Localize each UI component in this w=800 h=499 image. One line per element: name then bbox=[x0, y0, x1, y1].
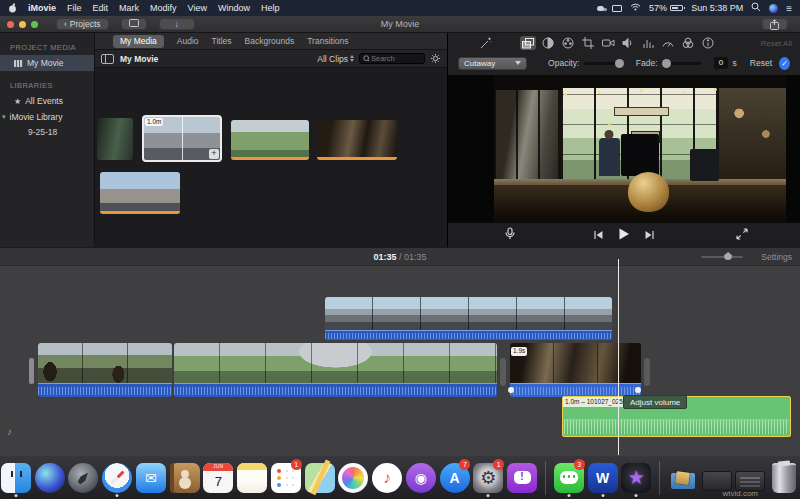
sidebar-item-imovie-library[interactable]: ▾ iMovie Library bbox=[0, 109, 94, 125]
dock-item-notes[interactable] bbox=[236, 459, 268, 497]
dock-item-contacts[interactable] bbox=[169, 459, 201, 497]
dock-item-app-store[interactable]: 7 bbox=[439, 459, 471, 497]
menu-imovie[interactable]: iMovie bbox=[28, 3, 56, 13]
dock-item-safari[interactable] bbox=[101, 459, 133, 497]
tab-backgrounds[interactable]: Backgrounds bbox=[245, 36, 295, 46]
apple-menu-icon[interactable] bbox=[8, 3, 17, 13]
clip-gap-handle[interactable] bbox=[500, 358, 506, 386]
menu-modify[interactable]: Modify bbox=[150, 3, 177, 13]
dock-item-finder[interactable] bbox=[0, 459, 32, 497]
sidebar-item-my-movie[interactable]: My Movie bbox=[0, 55, 94, 71]
disclosure-triangle-icon[interactable]: ▾ bbox=[2, 113, 6, 121]
overlay-mode-dropdown[interactable]: Cutaway bbox=[458, 57, 527, 70]
search-field[interactable] bbox=[359, 53, 425, 64]
dock-item-mail[interactable] bbox=[135, 459, 167, 497]
add-to-timeline-button[interactable]: + bbox=[209, 149, 219, 159]
media-clip-thumbnail[interactable] bbox=[231, 120, 309, 160]
minimize-window-button[interactable] bbox=[19, 21, 26, 28]
opacity-slider[interactable] bbox=[584, 62, 623, 65]
dock-item-system-preferences[interactable]: 1 bbox=[472, 459, 504, 497]
menu-help[interactable]: Help bbox=[261, 3, 280, 13]
cloud-status-icon[interactable] bbox=[597, 6, 604, 11]
reset-all-button[interactable]: Reset All bbox=[760, 39, 792, 48]
media-clip-thumbnail[interactable] bbox=[317, 120, 397, 160]
media-browser-button[interactable]: ♪ bbox=[121, 18, 147, 30]
dock-item-photos[interactable] bbox=[337, 459, 369, 497]
dock-item-trash[interactable] bbox=[768, 459, 800, 497]
browser-settings-gear-icon[interactable] bbox=[430, 50, 441, 68]
fade-slider[interactable] bbox=[663, 62, 702, 65]
battery-indicator[interactable]: 57% bbox=[649, 3, 683, 13]
cutaway-clip[interactable] bbox=[325, 297, 612, 340]
menu-file[interactable]: File bbox=[67, 3, 82, 13]
media-clip-thumbnail[interactable] bbox=[100, 172, 180, 214]
menu-view[interactable]: View bbox=[188, 3, 207, 13]
timeline-start-handle[interactable] bbox=[29, 358, 34, 384]
tab-my-media[interactable]: My Media bbox=[113, 35, 164, 48]
background-music-clip[interactable]: 1.0m – 101027_0251 Adjust volume bbox=[562, 396, 791, 437]
clip-gap-handle[interactable] bbox=[644, 358, 650, 386]
reset-button[interactable]: Reset bbox=[750, 58, 772, 68]
media-clip-thumbnail-selected[interactable]: 1.0m + bbox=[142, 115, 222, 162]
filters-icon[interactable] bbox=[680, 36, 696, 50]
fade-slider-knob[interactable] bbox=[662, 59, 671, 68]
tab-audio[interactable]: Audio bbox=[177, 36, 199, 46]
volume-handle-left[interactable] bbox=[508, 387, 514, 393]
import-media-button[interactable]: ↓ bbox=[159, 18, 195, 30]
zoom-window-button[interactable] bbox=[31, 21, 38, 28]
sidebar-item-all-events[interactable]: ★ All Events bbox=[0, 93, 94, 109]
info-icon[interactable] bbox=[700, 36, 716, 50]
voiceover-microphone-icon[interactable] bbox=[504, 226, 516, 244]
display-mirroring-icon[interactable] bbox=[612, 5, 622, 12]
enhance-wand-icon[interactable] bbox=[478, 36, 494, 50]
spotlight-search-icon[interactable] bbox=[751, 2, 761, 14]
stabilization-camera-icon[interactable] bbox=[600, 36, 616, 50]
wifi-icon[interactable] bbox=[630, 3, 641, 13]
apply-checkmark-button[interactable]: ✓ bbox=[779, 57, 790, 70]
notification-center-icon[interactable]: ≡ bbox=[786, 4, 792, 13]
dock-item-imovie[interactable] bbox=[620, 459, 652, 497]
volume-handle-right[interactable] bbox=[635, 387, 641, 393]
menu-edit[interactable]: Edit bbox=[93, 3, 109, 13]
sidebar-item-event-9-25-18[interactable]: 9-25-18 bbox=[0, 125, 94, 139]
back-to-projects-button[interactable]: ‹ Projects bbox=[56, 18, 109, 30]
noise-reduction-eq-icon[interactable] bbox=[640, 36, 656, 50]
dock-item-downloads[interactable] bbox=[667, 459, 699, 497]
menu-clock[interactable]: Sun 5:38 PM bbox=[691, 3, 743, 13]
tab-transitions[interactable]: Transitions bbox=[307, 36, 348, 46]
playhead[interactable] bbox=[618, 259, 619, 455]
timeline-zoom-slider[interactable] bbox=[701, 256, 743, 258]
clip-filter-dropdown[interactable]: All Clips bbox=[317, 54, 354, 64]
video-clip-2[interactable] bbox=[174, 343, 497, 397]
dock-item-feedback-assistant[interactable] bbox=[506, 459, 538, 497]
dock-item-maps[interactable] bbox=[304, 459, 336, 497]
video-clip-1[interactable] bbox=[38, 343, 172, 397]
fade-duration-field[interactable]: 0 bbox=[714, 57, 727, 69]
cutaway-overlay-icon[interactable] bbox=[520, 36, 536, 50]
tab-titles[interactable]: Titles bbox=[212, 36, 232, 46]
opacity-slider-knob[interactable] bbox=[615, 59, 624, 68]
media-clip-thumbnail[interactable] bbox=[97, 118, 133, 160]
timeline-settings-button[interactable]: Settings bbox=[761, 252, 792, 262]
dock-item-reminders[interactable]: 1 bbox=[270, 459, 302, 497]
dock-item-siri[interactable] bbox=[34, 459, 66, 497]
dock-item-messages[interactable]: 3 bbox=[553, 459, 585, 497]
close-window-button[interactable] bbox=[7, 21, 14, 28]
dock-item-podcasts[interactable] bbox=[405, 459, 437, 497]
menu-mark[interactable]: Mark bbox=[119, 3, 139, 13]
speed-icon[interactable] bbox=[660, 36, 676, 50]
siri-menu-icon[interactable] bbox=[769, 4, 778, 13]
share-button[interactable] bbox=[762, 18, 788, 30]
video-clip-3[interactable] bbox=[510, 343, 641, 397]
dock-item-launchpad[interactable] bbox=[67, 459, 99, 497]
dock-item-calendar[interactable]: JUN7 bbox=[202, 459, 234, 497]
skip-forward-button[interactable] bbox=[644, 226, 655, 244]
color-palette-icon[interactable] bbox=[560, 36, 576, 50]
hide-sidebar-icon[interactable] bbox=[101, 50, 114, 68]
menu-window[interactable]: Window bbox=[218, 3, 250, 13]
dock-item-music[interactable] bbox=[371, 459, 403, 497]
skip-back-button[interactable] bbox=[593, 226, 604, 244]
play-button[interactable] bbox=[618, 226, 630, 244]
dock-item-word[interactable] bbox=[587, 459, 619, 497]
crop-icon[interactable] bbox=[580, 36, 596, 50]
